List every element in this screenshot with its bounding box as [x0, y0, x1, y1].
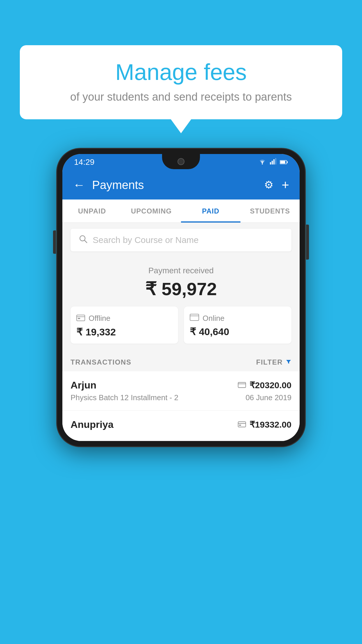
svg-rect-11: [78, 318, 80, 319]
tab-unpaid[interactable]: UNPAID: [62, 200, 122, 223]
transaction-row-top: Arjun ₹20320.00: [71, 379, 291, 391]
payment-received-label: Payment received: [71, 266, 291, 275]
filter-label: FILTER: [256, 358, 283, 366]
status-bar: 14:29: [62, 154, 300, 170]
tab-students[interactable]: STUDENTS: [240, 200, 300, 223]
transaction-date: 06 June 2019: [245, 393, 291, 402]
svg-line-9: [85, 240, 87, 243]
svg-rect-10: [77, 315, 85, 321]
bubble-title: Manage fees: [37, 60, 325, 85]
offline-amount: ₹ 19,332: [76, 326, 172, 338]
svg-rect-1: [270, 162, 271, 164]
offline-payment-icon: [238, 420, 246, 429]
online-amount: ₹ 40,640: [190, 326, 286, 337]
online-payment-card: Online ₹ 40,640: [184, 307, 291, 344]
online-payment-icon: [238, 381, 246, 390]
settings-icon[interactable]: ⚙: [264, 179, 273, 191]
phone-frame: 14:29: [57, 149, 305, 446]
table-row[interactable]: Anupriya ₹19332.00: [62, 411, 300, 441]
online-card-header: Online: [190, 314, 286, 323]
tabs-bar: UNPAID UPCOMING PAID STUDENTS: [62, 200, 300, 223]
svg-rect-3: [273, 159, 275, 164]
app-bar: ← Payments ⚙ +: [62, 170, 300, 200]
svg-rect-13: [238, 382, 246, 388]
bubble-subtitle: of your students and send receipts to pa…: [37, 91, 325, 103]
offline-icon: [76, 314, 85, 323]
svg-rect-4: [275, 158, 276, 164]
search-box[interactable]: Search by Course or Name: [71, 229, 291, 251]
transaction-row-top: Anupriya ₹19332.00: [71, 419, 291, 430]
transaction-amount: ₹19332.00: [249, 419, 291, 430]
back-button[interactable]: ←: [73, 178, 85, 192]
svg-rect-12: [190, 314, 199, 321]
transactions-header: TRANSACTIONS FILTER: [62, 352, 300, 371]
transactions-label: TRANSACTIONS: [71, 358, 131, 366]
svg-rect-15: [239, 425, 241, 426]
battery-icon: [280, 158, 288, 166]
offline-label: Offline: [89, 314, 110, 323]
search-icon: [79, 235, 87, 246]
svg-rect-7: [280, 161, 285, 164]
transaction-row-bottom: Physics Batch 12 Installment - 2 06 June…: [71, 393, 291, 402]
status-time: 14:29: [74, 158, 94, 167]
transaction-name: Anupriya: [71, 419, 113, 430]
svg-point-0: [262, 163, 263, 164]
svg-rect-6: [287, 161, 288, 163]
filter-icon: [286, 358, 291, 367]
tab-upcoming[interactable]: UPCOMING: [122, 200, 181, 223]
offline-card-header: Offline: [76, 314, 172, 323]
add-icon[interactable]: +: [282, 178, 289, 192]
filter-button[interactable]: FILTER: [256, 358, 291, 367]
tab-paid[interactable]: PAID: [181, 200, 240, 223]
offline-payment-card: Offline ₹ 19,332: [71, 307, 178, 344]
transaction-name: Arjun: [71, 379, 96, 391]
app-bar-title: Payments: [92, 178, 257, 192]
table-row[interactable]: Arjun ₹20320.00 Physics: [62, 371, 300, 411]
speech-bubble: Manage fees of your students and send re…: [20, 45, 342, 119]
transaction-amount: ₹20320.00: [249, 380, 291, 390]
online-label: Online: [203, 314, 224, 323]
app-bar-icons: ⚙ +: [264, 178, 289, 192]
transaction-course: Physics Batch 12 Installment - 2: [71, 393, 178, 402]
svg-rect-14: [238, 422, 246, 427]
status-icons: [258, 158, 288, 166]
transaction-list: Arjun ₹20320.00 Physics: [62, 371, 300, 441]
transaction-amount-container: ₹19332.00: [238, 419, 291, 430]
search-placeholder: Search by Course or Name: [93, 235, 199, 245]
signal-icon: [270, 158, 276, 166]
payment-total-amount: ₹ 59,972: [71, 278, 291, 300]
svg-rect-2: [272, 161, 273, 164]
phone-wrapper: 14:29: [57, 149, 305, 446]
online-icon: [190, 314, 199, 323]
notch: [162, 154, 200, 169]
phone-screen: 14:29: [62, 154, 300, 441]
speech-bubble-container: Manage fees of your students and send re…: [20, 45, 342, 119]
notch-camera: [178, 158, 184, 165]
search-container: Search by Course or Name: [62, 223, 300, 257]
wifi-icon: [258, 158, 266, 166]
payment-summary: Payment received ₹ 59,972: [62, 257, 300, 352]
payment-cards: Offline ₹ 19,332 Online: [71, 307, 291, 344]
transaction-amount-container: ₹20320.00: [238, 380, 291, 390]
